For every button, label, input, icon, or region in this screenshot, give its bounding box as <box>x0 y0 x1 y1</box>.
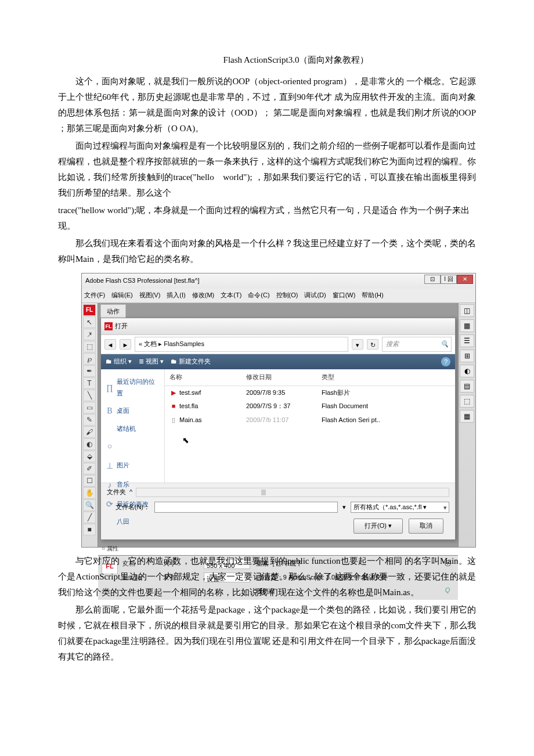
fill-color-icon[interactable]: ■ <box>83 524 96 535</box>
filename-label: 文件名(N)： <box>107 502 150 513</box>
column-type[interactable]: 类型 <box>322 372 455 383</box>
fla-file-icon: ■ <box>169 401 178 409</box>
paint-bucket-tool-icon[interactable]: ⬙ <box>83 451 96 462</box>
folder-collapse-icon[interactable]: ^ <box>129 487 132 498</box>
paragraph-5: 那么前面呢，它最外面一个花括号是package，这个package是一个类包的路… <box>58 602 476 665</box>
filename-input[interactable] <box>154 502 338 513</box>
eraser-tool-icon[interactable]: ☐ <box>83 475 96 487</box>
horizontal-scrollbar[interactable] <box>136 488 449 497</box>
blank-icon: ○ <box>106 439 114 453</box>
search-icon: 🔍 <box>441 339 449 350</box>
paragraph-1: 这个，面向对象呢，就是我们一般所说的OOP（object-oriented pr… <box>58 74 476 136</box>
places-sidebar: ∏最近访问的位置 B桌面 诸结机 ○ ⊥图片 ♪音乐 ⟳最近的更改 八田 <box>101 369 165 483</box>
column-date[interactable]: 修改日期 <box>246 372 322 383</box>
column-name[interactable]: 名称 <box>165 372 246 383</box>
paragraph-4: 与它对应的，它的构造函数，也就是我们这里要提到的public function也… <box>58 553 476 600</box>
paragraph-3: 那么我们现在来看看这个面向对象的风格是一个什么样？我这里已经建立好了一个类，这个… <box>58 236 476 267</box>
line-tool-icon[interactable]: ╲ <box>83 390 96 401</box>
panel-icon[interactable]: ▤ <box>460 380 474 393</box>
panel-icon[interactable]: ☰ <box>460 334 474 347</box>
nav-back-button[interactable]: ◄ <box>104 339 116 350</box>
new-folder-button[interactable]: 🖿 新建文件夹 <box>171 356 211 368</box>
selection-tool-icon[interactable]: ↖ <box>83 316 96 328</box>
place-recent[interactable]: ∏最近访问的位置 <box>104 374 161 402</box>
hand-tool-icon[interactable]: ✋ <box>83 487 96 499</box>
close-button[interactable]: ✕ <box>457 275 473 284</box>
dialog-title-text: 打开 <box>115 321 128 332</box>
file-row[interactable]: ▶test.swf 2009/7/8 9:35 Flash影片 <box>165 386 455 400</box>
file-folder-label: 文件夹 <box>107 487 126 498</box>
desktop-icon: B <box>106 404 114 418</box>
breadcrumb-dropdown-icon[interactable]: ▾ <box>352 339 363 350</box>
flash-logo-icon: FL <box>83 304 96 316</box>
place-blank[interactable]: ○ <box>104 437 161 456</box>
open-dialog: FL 打开 ◄ ► « 文档 ▸ FlashSamples ▾ ↻ 搜索 🔍 🖿… <box>100 318 456 540</box>
file-list: 名称 修改日期 类型 ▶test.swf 2009/7/8 9:35 Flash… <box>165 369 455 483</box>
file-filter-combo[interactable]: 所有格式（*.as,*.asc,*.fl ▾ <box>351 502 449 513</box>
organize-button[interactable]: 🖿 组织 ▾ <box>106 356 132 368</box>
text-tool-icon[interactable]: T <box>83 377 96 389</box>
refresh-button[interactable]: ↻ <box>367 339 378 350</box>
cursor-icon: ⬉ <box>182 433 455 448</box>
recent-icon: ∏ <box>106 380 114 395</box>
brush-tool-icon[interactable]: 🖌 <box>83 426 96 438</box>
pen-tool-icon[interactable]: ✒ <box>83 365 96 377</box>
eyedropper-tool-icon[interactable]: ✐ <box>83 463 96 474</box>
app-menubar[interactable]: 文件(F) 编辑(E) 视图(V) 插入(I) 修改(M) 文本(T) 命令(C… <box>82 289 475 303</box>
panel-icon[interactable]: ◐ <box>460 365 474 377</box>
pictures-icon: ⊥ <box>106 459 114 473</box>
pencil-tool-icon[interactable]: ✎ <box>83 414 96 426</box>
ink-bottle-tool-icon[interactable]: ◐ <box>83 438 96 450</box>
document-title: Flash ActionScript3.0（面向对象教程） <box>58 52 476 68</box>
app-titlebar: Adobe Flash CS3 Professional [test.fla^]… <box>82 273 475 289</box>
search-input[interactable]: 搜索 🔍 <box>382 337 452 352</box>
subselection-tool-icon[interactable]: ⭷ <box>83 329 96 340</box>
right-panel: ◫ ▦ ☰ ⊞ ◐ ▤ ⬚ ▦ <box>458 303 475 547</box>
place-desktop[interactable]: B桌面 <box>104 401 161 420</box>
paragraph-2b: trace("hellow world");呢，本身就是一个面向过程的编程方式，… <box>58 203 476 234</box>
place-other[interactable]: 八田 <box>104 514 161 530</box>
cancel-button[interactable]: 取消 <box>409 519 443 534</box>
panel-icon[interactable]: ⊞ <box>460 350 474 362</box>
stroke-color-icon[interactable]: ╱ <box>83 512 96 523</box>
breadcrumb[interactable]: « 文档 ▸ FlashSamples <box>135 337 348 352</box>
maximize-button[interactable]: I 回 <box>441 275 457 284</box>
rectangle-tool-icon[interactable]: ▭ <box>83 402 96 413</box>
open-button[interactable]: 打开(O) ▾ <box>353 519 403 534</box>
dialog-fl-icon: FL <box>104 322 113 330</box>
app-title: Adobe Flash CS3 Professional [test.fla^] <box>85 277 200 284</box>
panel-icon[interactable]: ◫ <box>460 304 474 317</box>
panel-icon[interactable]: ▦ <box>460 410 474 423</box>
help-icon[interactable]: ? <box>441 357 450 366</box>
search-placeholder: 搜索 <box>386 340 399 347</box>
file-row[interactable]: ▯Main.as 2009/7/b 11:07 Flash Action Ser… <box>165 413 455 427</box>
flash-app-screenshot: Adobe Flash CS3 Professional [test.fla^]… <box>81 273 476 548</box>
tools-panel: FL ↖ ⭷ ⬚ ℘ ✒ T ╲ ▭ ✎ 🖌 ◐ ⬙ ✐ ☐ ✋ 🔍 ╱ ■ <box>82 303 98 547</box>
panel-icon[interactable]: ▦ <box>460 319 474 332</box>
place-computer[interactable]: 诸结机 <box>104 421 161 437</box>
props-q-icon[interactable]: Q <box>441 585 454 596</box>
place-pictures[interactable]: ⊥图片 <box>104 456 161 476</box>
lasso-tool-icon[interactable]: ℘ <box>83 353 96 365</box>
file-row[interactable]: ■test.fla 2009/7/S 9：37 Flash Document <box>165 399 455 413</box>
zoom-tool-icon[interactable]: 🔍 <box>83 499 96 511</box>
view-button[interactable]: ≣ 视图 ▾ <box>139 356 164 368</box>
paragraph-2: 面向过程编程与面向对象编程是有一个比较明显区别的，我们之前介绍的一些例子呢都可以… <box>58 138 476 201</box>
nav-forward-button[interactable]: ► <box>120 339 131 350</box>
as-file-icon: ▯ <box>169 415 178 423</box>
filename-dropdown-icon[interactable]: ▾ <box>342 502 346 513</box>
minimize-button[interactable]: ⊡ <box>424 275 441 284</box>
panel-icon[interactable]: ⬚ <box>460 395 474 408</box>
swf-file-icon: ▶ <box>169 387 178 395</box>
actions-tab[interactable]: 动作 <box>100 304 126 319</box>
free-transform-tool-icon[interactable]: ⬚ <box>83 341 96 352</box>
